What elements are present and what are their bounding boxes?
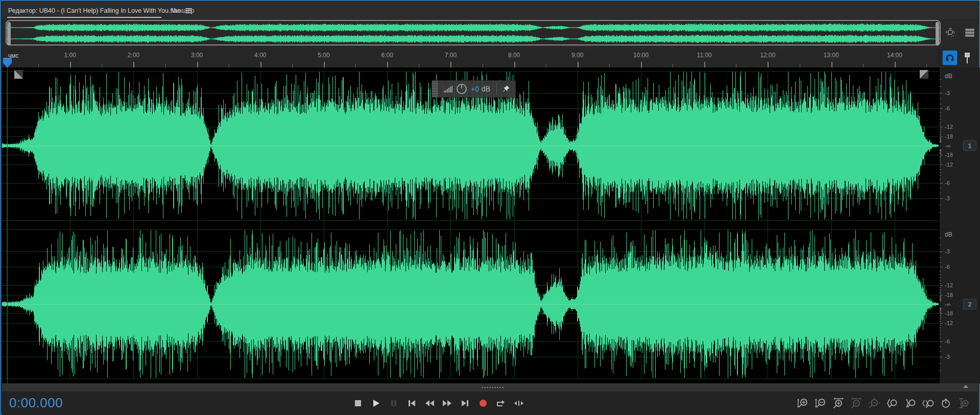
panel-splitter[interactable] [2,383,978,391]
db-unit-label: dB [945,231,952,238]
db-tick [940,238,941,238]
zoom-out-amplitude-button[interactable] [814,395,828,412]
db-tick [940,93,943,94]
db-tick [940,122,941,123]
db-tick [940,271,941,271]
zoom-in-right-selection-button[interactable] [903,395,917,412]
volume-bars-icon[interactable] [444,86,452,93]
db-tick [940,152,941,153]
playhead-line [7,67,8,383]
mixer-tab-label: Микшер [171,7,195,14]
playhead-time-display[interactable]: 0:00.000 [9,395,63,411]
db-tick-label: -12 [945,162,953,168]
db-tick [940,175,941,176]
db-tick [940,328,941,328]
skip-end-button[interactable] [458,395,473,412]
db-tick [940,310,941,311]
db-tick [940,371,941,371]
waveform-display[interactable] [2,67,939,383]
db-tick [940,108,943,109]
loop-playback-button[interactable] [493,395,509,412]
spectral-view-toggle[interactable] [962,51,973,66]
db-tick [940,179,941,179]
play-button[interactable] [368,395,384,412]
view-toggle-group [939,49,978,67]
active-tab-underline [7,17,161,18]
time-label: 10:00 [633,52,649,59]
db-tick [940,289,941,290]
db-tick-label: -∞ [945,301,951,307]
hud-pin-icon[interactable] [502,85,510,93]
db-tick [940,104,941,104]
left-corner-handle[interactable] [14,70,23,79]
half-minute-tick [292,64,293,67]
skip-start-button[interactable] [404,395,419,412]
channel-badge-1[interactable]: 1 [963,141,976,151]
db-tick [940,309,941,309]
gain-value[interactable]: +0 [471,85,479,93]
minute-tick [641,62,642,67]
zoom-in-left-selection-button[interactable] [885,395,899,412]
stopwatch-button[interactable] [939,395,953,412]
db-tick-label: -3 [945,90,950,96]
db-tick [940,317,941,318]
range-left-handle[interactable] [7,22,11,45]
db-tick [940,155,943,155]
amplitude-ruler[interactable]: dB-3-6-12-18-∞-18-12-6-31dB-3-6-12-18-∞-… [939,67,980,383]
gain-knob[interactable] [457,84,467,94]
db-tick [940,159,941,159]
db-tick-label: -6 [945,105,950,111]
overview-range-selector[interactable] [6,20,941,45]
db-tick [940,156,941,157]
db-tick [940,163,941,163]
time-label: 8:00 [508,52,520,59]
db-tick [940,319,941,319]
half-minute-tick [926,64,927,67]
half-minute-tick [863,64,864,67]
db-tick [940,160,941,161]
db-tick [940,212,941,213]
db-tick [940,292,941,293]
stop-button[interactable] [350,395,366,412]
db-tick [940,316,941,316]
db-tick [940,127,943,127]
hud-drag-grip[interactable] [432,81,439,97]
fast-forward-button[interactable] [440,395,455,412]
range-right-handle[interactable] [936,22,939,45]
half-minute-tick [102,64,102,67]
db-tick [940,183,943,183]
zoom-navigate-icon[interactable] [944,26,957,39]
zoom-out-time-button [849,395,864,412]
record-button[interactable] [475,395,491,412]
db-tick-label: -18 [945,310,953,316]
db-tick [940,99,941,99]
waveform-view-toggle[interactable] [942,50,958,65]
db-tick [940,341,943,342]
zoom-to-selection-button[interactable] [921,395,935,412]
db-tick-label: -18 [945,133,953,140]
db-tick [940,346,941,347]
db-tick [940,337,941,338]
right-corner-handle[interactable] [920,70,928,79]
db-tick [940,150,941,150]
db-tick [940,315,941,315]
headphones-icon [945,53,955,63]
rewind-button[interactable] [422,395,437,412]
channel-badge-2[interactable]: 2 [963,299,976,310]
zoom-out-full-button [867,395,881,412]
half-minute-tick [800,64,800,67]
db-tick [940,334,941,334]
levels-menu-icon[interactable] [963,26,976,39]
zoom-in-time-button[interactable] [831,395,846,412]
zoom-in-amplitude-button[interactable] [796,395,810,412]
transport-controls [350,395,527,412]
db-tick [940,193,941,193]
skip-selection-button[interactable] [511,395,527,412]
scroll-up-arrow-icon[interactable] [963,385,968,388]
time-ruler[interactable]: чмс 1:002:003:004:005:006:007:008:009:00… [2,49,939,67]
db-tick-label: -6 [945,180,950,186]
time-label: 14:00 [887,52,902,59]
tab-mixer[interactable]: Микшер [171,2,195,19]
db-tick [940,321,941,321]
db-tick [940,86,941,87]
